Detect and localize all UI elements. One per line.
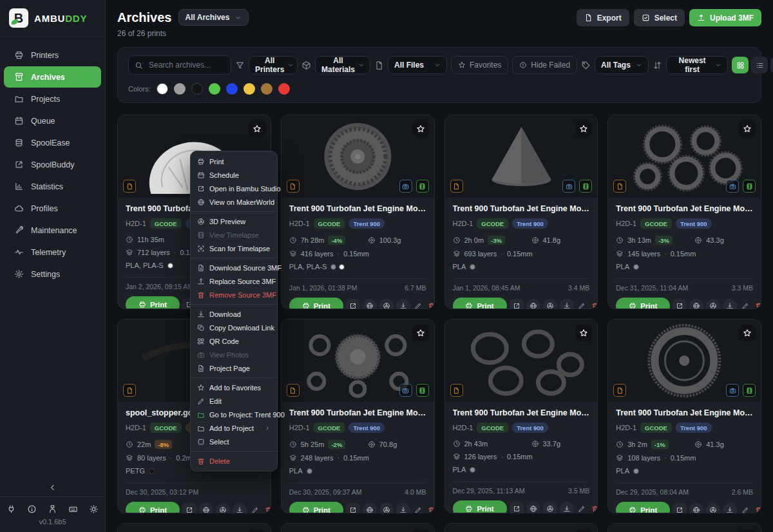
print-button[interactable]: Print	[453, 500, 507, 513]
color-filter-swatch[interactable]	[174, 83, 186, 95]
edit-button[interactable]	[249, 503, 260, 513]
project-badge[interactable]: Trent 900	[348, 218, 385, 229]
edit-button[interactable]	[577, 502, 587, 513]
delete-button[interactable]	[753, 503, 761, 513]
archive-scope-select[interactable]: All Archives	[178, 9, 249, 26]
edit-button[interactable]	[740, 503, 750, 513]
makerworld-button[interactable]	[363, 503, 377, 513]
sidebar-item-queue[interactable]: Queue	[4, 110, 101, 131]
project-badge[interactable]: Trent 900	[676, 218, 712, 229]
makerworld-button[interactable]	[689, 503, 703, 513]
project-badge[interactable]: Trent 900	[676, 423, 712, 433]
print-button[interactable]: Print	[616, 502, 670, 513]
preview-3d-button[interactable]	[706, 503, 720, 513]
print-button[interactable]: Print	[289, 502, 343, 513]
download-button[interactable]	[396, 299, 410, 309]
timelapse-badge[interactable]	[743, 384, 756, 397]
preview-3d-button[interactable]	[216, 503, 230, 513]
makerworld-button[interactable]	[199, 503, 213, 513]
download-button[interactable]	[560, 299, 574, 309]
keyboard-icon-button[interactable]	[68, 504, 78, 514]
photos-badge[interactable]	[726, 180, 739, 193]
photos-badge[interactable]	[399, 180, 412, 193]
favorites-filter-button[interactable]: Favorites	[451, 56, 508, 74]
sidebar-item-archives[interactable]: Archives	[4, 66, 101, 88]
edit-button[interactable]	[413, 503, 424, 513]
search-box[interactable]	[128, 55, 231, 75]
menu-item-project-page[interactable]: Project Page	[191, 361, 277, 375]
edit-button[interactable]	[413, 299, 424, 309]
delete-button[interactable]	[263, 503, 271, 513]
archive-card[interactable]: Trent 900 Turbofan Jet Engine Model H2D-…	[281, 115, 435, 309]
color-filter-swatch[interactable]	[261, 83, 272, 95]
archive-card[interactable]: Trent 900 Turbofan Jet Engine Model H2D-…	[281, 319, 435, 513]
print-button[interactable]: Print	[453, 298, 507, 309]
archive-card[interactable]: Trent 900 Turbofan Jet Engine Model H2D-…	[444, 319, 598, 513]
tags-filter-select[interactable]: All Tags	[595, 56, 649, 74]
select-button[interactable]: Select	[634, 9, 685, 26]
printers-filter-select[interactable]: All Printers	[249, 56, 298, 74]
favorite-star-button[interactable]	[739, 325, 756, 341]
menu-item-print[interactable]: Print	[191, 155, 277, 168]
color-filter-swatch[interactable]	[157, 83, 168, 95]
menu-item-go-to-project-trent-900[interactable]: Go to Project: Trent 900	[191, 408, 277, 421]
preview-3d-button[interactable]	[379, 299, 394, 309]
favorite-star-button[interactable]	[249, 120, 265, 137]
color-filter-swatch[interactable]	[243, 83, 255, 95]
sidebar-collapse-button[interactable]	[48, 483, 57, 492]
delete-button[interactable]	[426, 503, 435, 513]
timelapse-badge[interactable]	[579, 180, 592, 193]
favorite-star-button[interactable]	[412, 325, 429, 341]
print-button[interactable]: Print	[289, 298, 343, 309]
menu-item-scan-for-timelapse[interactable]: Scan for Timelapse	[191, 242, 277, 255]
photos-badge[interactable]	[562, 180, 575, 193]
export-button[interactable]: Export	[577, 9, 629, 26]
hide-failed-filter-button[interactable]: Hide Failed	[512, 56, 577, 74]
menu-item-3d-preview[interactable]: 3D Preview	[191, 214, 277, 228]
delete-button[interactable]	[426, 299, 435, 309]
files-filter-select[interactable]: All Files	[388, 56, 447, 74]
menu-item-schedule[interactable]: Schedule	[191, 168, 277, 182]
download-button[interactable]	[233, 503, 247, 513]
favorite-star-button[interactable]	[575, 529, 592, 532]
print-button[interactable]: Print	[126, 296, 180, 309]
archive-card-partial[interactable]	[444, 523, 598, 532]
timelapse-badge[interactable]	[416, 384, 429, 397]
menu-item-view-timelapse[interactable]: View Timelapse	[191, 228, 277, 242]
preview-3d-button[interactable]	[706, 299, 720, 309]
makerworld-button[interactable]	[689, 299, 703, 309]
favorite-star-button[interactable]	[412, 529, 429, 532]
makerworld-button[interactable]	[363, 299, 377, 309]
print-button[interactable]: Print	[616, 298, 670, 309]
color-filter-swatch[interactable]	[278, 83, 290, 95]
download-button[interactable]	[560, 502, 574, 513]
favorite-star-button[interactable]	[739, 529, 756, 532]
sidebar-item-printers[interactable]: Printers	[4, 44, 101, 66]
color-filter-swatch[interactable]	[191, 83, 203, 95]
download-button[interactable]	[396, 503, 410, 513]
calendar-view-button[interactable]	[770, 57, 773, 73]
sidebar-item-projects[interactable]: Projects	[4, 88, 101, 109]
favorite-star-button[interactable]	[739, 120, 756, 137]
menu-item-download-source-3mf[interactable]: Download Source 3MF	[191, 261, 277, 274]
timelapse-badge[interactable]	[416, 180, 429, 193]
timelapse-badge[interactable]	[743, 180, 756, 193]
sidebar-item-statistics[interactable]: Statistics	[4, 176, 101, 197]
materials-filter-select[interactable]: All Materials	[315, 56, 370, 74]
edit-button[interactable]	[740, 299, 750, 309]
open-external-button[interactable]	[510, 502, 524, 513]
sidebar-item-maintenance[interactable]: Maintenance	[4, 220, 101, 241]
sidebar-item-profiles[interactable]: Profiles	[4, 198, 101, 219]
cable-icon-button[interactable]	[48, 504, 57, 514]
menu-item-remove-source-3mf[interactable]: Remove Source 3MF	[191, 288, 277, 301]
sidebar-item-telemetry[interactable]: Telemetry	[4, 242, 101, 263]
favorite-star-button[interactable]	[249, 529, 265, 532]
photos-badge[interactable]	[726, 384, 739, 397]
open-external-button[interactable]	[673, 299, 687, 309]
sort-select[interactable]: Newest first	[666, 56, 728, 74]
download-button[interactable]	[723, 299, 737, 309]
archive-card-partial[interactable]	[117, 523, 271, 532]
archive-card-partial[interactable]	[607, 523, 761, 532]
photos-badge[interactable]	[399, 384, 412, 397]
info-icon-button[interactable]	[27, 504, 37, 514]
